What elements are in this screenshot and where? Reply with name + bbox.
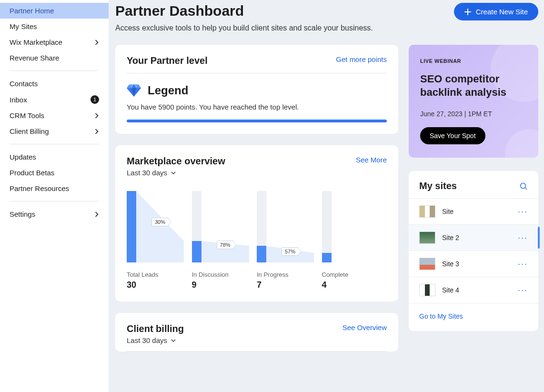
- sidebar: Partner Home My Sites Wix Marketplace Re…: [0, 0, 109, 392]
- site-item[interactable]: Site ···: [409, 198, 538, 224]
- divider: [10, 201, 99, 201]
- stat-label: Total Leads: [127, 271, 192, 278]
- sidebar-item-label: Revenue Share: [10, 54, 59, 62]
- funnel-chart: 30% 78%: [127, 191, 387, 262]
- stat-in-discussion: In Discussion 9: [192, 271, 257, 290]
- site-name: Site 2: [442, 234, 511, 241]
- level-name: Legend: [148, 84, 188, 97]
- partner-level-title: Your Partner level: [127, 55, 208, 66]
- sidebar-item-label: Partner Home: [10, 7, 54, 15]
- sidebar-item-label: Settings: [10, 210, 35, 218]
- conversion-tag: 30%: [151, 218, 169, 226]
- sidebar-item-client-billing[interactable]: Client Billing: [0, 123, 109, 139]
- funnel-area: [136, 191, 184, 262]
- more-actions-icon[interactable]: ···: [518, 207, 528, 217]
- create-new-site-button[interactable]: Create New Site: [454, 3, 538, 20]
- stat-value: 7: [257, 280, 322, 290]
- level-progress-bar: [127, 120, 387, 122]
- site-name: Site: [442, 208, 511, 215]
- divider: [127, 351, 387, 352]
- sidebar-item-label: Product Betas: [10, 169, 54, 177]
- diamond-icon: [127, 84, 141, 97]
- go-to-my-sites-link[interactable]: Go to My Sites: [419, 312, 463, 320]
- sidebar-item-partner-home[interactable]: Partner Home: [0, 3, 109, 19]
- more-actions-icon[interactable]: ···: [518, 285, 528, 295]
- main-content: Partner Dashboard Access exclusive tools…: [109, 0, 544, 392]
- sidebar-item-product-betas[interactable]: Product Betas: [0, 165, 109, 181]
- more-actions-icon[interactable]: ···: [518, 233, 528, 243]
- bar-track: [322, 191, 332, 262]
- sidebar-item-wix-marketplace[interactable]: Wix Marketplace: [0, 34, 109, 50]
- save-your-spot-button[interactable]: Save Your Spot: [420, 127, 485, 144]
- marketplace-overview-card: Marketplace overview Last 30 days See Mo…: [115, 145, 398, 302]
- webinar-title: SEO competitor backlink analysis: [420, 72, 527, 99]
- my-sites-card: My sites Site ··· Site 2 ···: [409, 171, 538, 331]
- sidebar-item-label: Wix Marketplace: [10, 38, 62, 46]
- sidebar-item-my-sites[interactable]: My Sites: [0, 19, 109, 34]
- site-thumbnail: [419, 258, 435, 270]
- sidebar-item-revenue-share[interactable]: Revenue Share: [0, 50, 109, 66]
- marketplace-title: Marketplace overview: [127, 156, 225, 167]
- site-thumbnail: [419, 231, 435, 244]
- get-more-points-link[interactable]: Get more points: [336, 55, 387, 63]
- marketplace-range-label: Last 30 days: [127, 169, 167, 177]
- bar-total-leads: [127, 191, 136, 262]
- page-subtitle: Access exclusive tools to help you build…: [115, 24, 373, 32]
- sidebar-item-updates[interactable]: Updates: [0, 149, 109, 165]
- marketplace-range-dropdown[interactable]: Last 30 days: [127, 169, 225, 177]
- client-billing-title: Client billing: [127, 323, 184, 334]
- marketplace-see-more-link[interactable]: See More: [356, 156, 387, 164]
- sidebar-item-inbox[interactable]: Inbox 1: [0, 91, 109, 108]
- chevron-right-icon: [94, 211, 99, 217]
- funnel-area: [201, 191, 249, 262]
- sidebar-item-label: Inbox: [10, 96, 27, 104]
- more-actions-icon[interactable]: ···: [518, 259, 528, 269]
- stat-value: 4: [322, 280, 387, 290]
- bar-in-progress: [257, 246, 266, 262]
- sidebar-item-label: CRM Tools: [10, 111, 44, 120]
- site-name: Site 3: [442, 260, 511, 268]
- site-name: Site 4: [442, 286, 511, 294]
- stat-label: In Discussion: [192, 271, 257, 278]
- sidebar-item-crm-tools[interactable]: CRM Tools: [0, 108, 109, 123]
- webinar-card: LIVE WEBINAR SEO competitor backlink ana…: [409, 45, 538, 158]
- site-item[interactable]: Site 2 ···: [409, 224, 538, 251]
- stat-in-progress: In Progress 7: [257, 271, 322, 290]
- search-icon[interactable]: [519, 182, 528, 191]
- stat-label: In Progress: [257, 271, 322, 278]
- chevron-right-icon: [94, 113, 99, 119]
- client-billing-card: Client billing Last 30 days See Overview: [115, 313, 398, 352]
- sidebar-item-label: Updates: [10, 153, 36, 161]
- sidebar-item-label: Client Billing: [10, 127, 49, 135]
- sidebar-item-contacts[interactable]: Contacts: [0, 76, 109, 91]
- stat-label: Complete: [322, 271, 387, 278]
- divider: [10, 144, 99, 144]
- my-sites-title: My sites: [419, 181, 457, 191]
- level-points-text: You have 5900 points. You have reached t…: [127, 103, 387, 111]
- inbox-badge: 1: [91, 95, 99, 104]
- plus-icon: [464, 9, 471, 15]
- client-billing-range-dropdown[interactable]: Last 30 days: [127, 336, 184, 344]
- chevron-down-icon: [171, 339, 176, 342]
- sidebar-item-partner-resources[interactable]: Partner Resources: [0, 181, 109, 196]
- svg-point-3: [521, 183, 526, 188]
- create-button-label: Create New Site: [476, 8, 528, 16]
- webinar-label: LIVE WEBINAR: [420, 58, 527, 64]
- site-thumbnail: [419, 205, 435, 218]
- stat-complete: Complete 4: [322, 271, 387, 290]
- chevron-down-icon: [171, 171, 176, 175]
- stat-total-leads: Total Leads 30: [127, 271, 192, 290]
- svg-marker-0: [136, 191, 184, 262]
- site-item[interactable]: Site 4 ···: [409, 277, 538, 303]
- client-billing-see-overview-link[interactable]: See Overview: [343, 323, 387, 332]
- conversion-tag: 57%: [282, 247, 299, 256]
- page-title: Partner Dashboard: [115, 3, 373, 19]
- sidebar-item-settings[interactable]: Settings: [0, 206, 109, 222]
- sidebar-item-label: Contacts: [10, 80, 38, 88]
- sidebar-item-label: My Sites: [10, 22, 37, 30]
- site-thumbnail: [419, 284, 435, 296]
- client-billing-range-label: Last 30 days: [127, 336, 167, 344]
- bar-complete: [322, 253, 332, 262]
- webinar-date: June 27, 2023 | 1PM ET: [420, 110, 527, 118]
- site-item[interactable]: Site 3 ···: [409, 251, 538, 277]
